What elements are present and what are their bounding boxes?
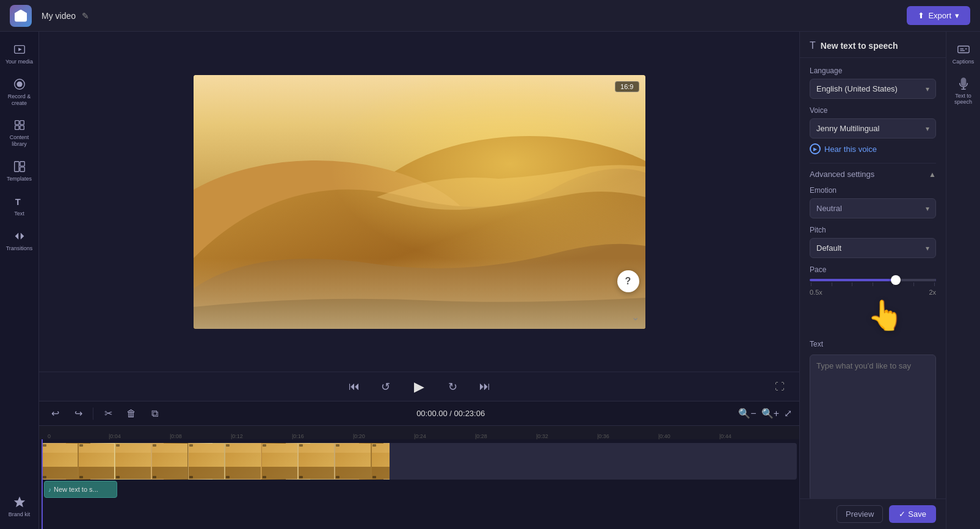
fast-forward-button[interactable]: ↻: [443, 377, 463, 397]
sidebar-item-your-media-label: Your media: [5, 59, 33, 65]
tts-sidebar-label: Text to speech: [951, 93, 976, 105]
pace-tick: [852, 282, 852, 286]
text-track-label: New text to s...: [54, 486, 98, 493]
text-input[interactable]: [810, 354, 936, 498]
save-check-icon: ✓: [899, 509, 906, 519]
skip-to-start-button[interactable]: ⏮: [344, 377, 364, 397]
tts-sidebar-item[interactable]: Text to speech: [949, 72, 978, 110]
tts-panel: T New text to speech Language English (U…: [799, 32, 946, 529]
pace-tick: [832, 282, 832, 286]
pace-label: Pace: [810, 265, 936, 274]
sidebar-item-transitions-label: Transitions: [6, 245, 33, 252]
emotion-chevron-icon: ▾: [926, 204, 929, 213]
emotion-value: Neutral: [816, 204, 842, 213]
svg-rect-27: [226, 444, 230, 447]
pitch-select[interactable]: Default ▾: [810, 238, 936, 258]
timeline-toolbar: ↩ ↪ ✂ 🗑 ⧉ 00:00.00 / 00:23:06 🔍− 🔍+ ⤢: [39, 401, 799, 426]
tts-panel-content: Language English (United States) ▾ Voice…: [800, 58, 946, 498]
pace-tick: [934, 282, 935, 286]
playback-controls: ⏮ ↺ ▶ ↻ ⏭ ⛶: [39, 372, 799, 401]
redo-button[interactable]: ↪: [70, 405, 87, 422]
voice-chevron-icon: ▾: [926, 124, 929, 133]
svg-rect-37: [226, 476, 230, 478]
ruler-mark-8: |0:08: [169, 433, 230, 439]
sidebar-item-your-media[interactable]: Your media: [2, 38, 37, 70]
undo-button[interactable]: ↩: [46, 405, 64, 422]
language-value: English (United States): [816, 84, 898, 93]
sidebar-item-content-library-label: Content library: [5, 134, 34, 148]
language-label: Language: [810, 67, 936, 75]
video-preview-area: 16:9 ? ⌄: [39, 32, 799, 372]
emotion-label: Emotion: [810, 186, 936, 195]
play-pause-button[interactable]: ▶: [408, 375, 431, 398]
app-logo[interactable]: [10, 5, 32, 27]
captions-icon: [957, 43, 970, 56]
tts-panel-title: New text to speech: [821, 41, 898, 51]
fullscreen-button[interactable]: ⛶: [772, 379, 787, 395]
skip-to-end-button[interactable]: ⏭: [475, 377, 495, 397]
advanced-settings-toggle[interactable]: Advanced settings ▲: [810, 170, 936, 179]
svg-rect-7: [20, 126, 23, 129]
tts-panel-header: T New text to speech: [800, 32, 946, 58]
ruler-mark-36: |0:36: [596, 433, 657, 439]
ruler-mark-12: |0:12: [230, 433, 291, 439]
video-frame: [194, 75, 645, 329]
preview-chevron-down[interactable]: ⌄: [631, 311, 639, 323]
emotion-select[interactable]: Neutral ▾: [810, 198, 936, 218]
svg-rect-34: [116, 476, 120, 478]
duplicate-button[interactable]: ⧉: [146, 405, 163, 422]
text-track-item[interactable]: ♪ New text to s...: [44, 481, 117, 498]
sidebar-item-content-library[interactable]: Content library: [2, 113, 37, 153]
language-chevron-icon: ▾: [926, 85, 929, 93]
templates-icon: [13, 160, 26, 173]
advanced-settings-section: Advanced settings ▲ Emotion Neutral ▾ Pi…: [810, 163, 936, 296]
pace-min-label: 0.5x: [810, 289, 822, 296]
svg-rect-8: [14, 162, 18, 172]
video-track-inner: [42, 443, 390, 480]
svg-rect-31: [372, 444, 376, 447]
fit-to-view-button[interactable]: ⤢: [784, 408, 792, 419]
filmstrip: [42, 443, 390, 480]
cut-button[interactable]: ✂: [100, 405, 117, 422]
ruler-mark-16: |0:16: [291, 433, 352, 439]
cursor-area: 👆: [810, 296, 936, 333]
svg-rect-21: [42, 443, 390, 480]
sidebar-item-record-create[interactable]: Record &create: [2, 73, 37, 112]
pitch-label: Pitch: [810, 226, 936, 234]
center-panel: 16:9 ? ⌄ ⏮ ↺ ▶ ↻ ⏭ ⛶ ↩ ↪ ✂ 🗑 ⧉ 00:00.: [39, 32, 799, 529]
help-button[interactable]: ?: [617, 270, 639, 292]
media-icon: [13, 43, 26, 56]
svg-rect-24: [116, 444, 120, 447]
svg-rect-40: [336, 476, 339, 478]
svg-rect-35: [153, 476, 156, 478]
transitions-icon: [13, 229, 26, 243]
voice-select[interactable]: Jenny Multilingual ▾: [810, 118, 936, 139]
delete-button[interactable]: 🗑: [123, 405, 140, 422]
svg-marker-1: [18, 48, 22, 51]
sidebar-item-brand-kit[interactable]: Brand kit: [2, 491, 37, 523]
ruler-mark-24: |0:24: [413, 433, 474, 439]
sidebar-item-templates[interactable]: Templates: [2, 155, 37, 187]
desert-scene: [194, 75, 645, 329]
title-edit-icon[interactable]: ✎: [82, 11, 89, 21]
preview-button[interactable]: Preview: [837, 505, 883, 523]
sidebar-item-transitions[interactable]: Transitions: [2, 225, 37, 257]
advanced-chevron-icon: ▲: [929, 170, 936, 179]
captions-item[interactable]: Captions: [949, 38, 978, 70]
save-button[interactable]: ✓ Save: [889, 505, 936, 523]
language-select[interactable]: English (United States) ▾: [810, 79, 936, 99]
timeline-tracks: ♪ New text to s...: [39, 439, 799, 529]
svg-rect-5: [20, 121, 23, 124]
zoom-controls: 🔍− 🔍+ ⤢: [738, 408, 792, 419]
rewind-button[interactable]: ↺: [376, 377, 396, 397]
zoom-out-button[interactable]: 🔍−: [738, 408, 756, 419]
sidebar-item-text[interactable]: T Text: [2, 190, 37, 222]
export-button[interactable]: ⬆ Export ▾: [907, 6, 970, 25]
ruler-mark-40: |0:40: [657, 433, 718, 439]
sidebar-item-brand-kit-label: Brand kit: [9, 511, 31, 518]
ruler-mark-0: 0: [46, 433, 107, 439]
zoom-in-button[interactable]: 🔍+: [761, 408, 779, 419]
hear-voice-button[interactable]: ▶ Hear this voice: [810, 143, 877, 154]
video-track[interactable]: [42, 443, 797, 480]
svg-rect-30: [336, 444, 339, 447]
